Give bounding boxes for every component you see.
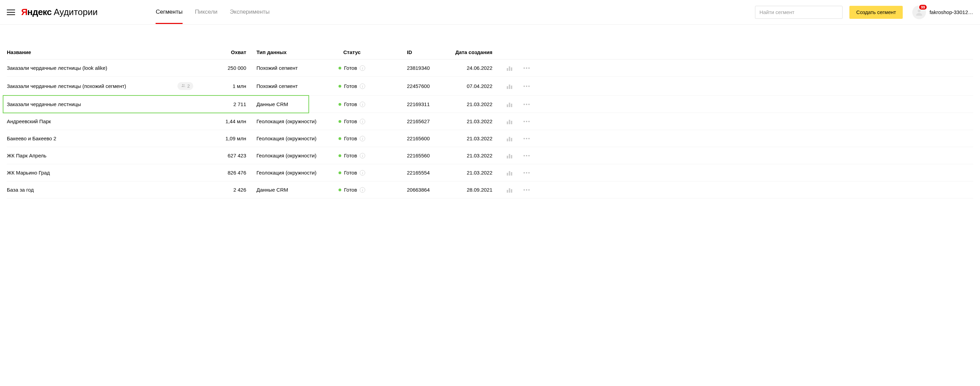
cell-type: Геолокация (окружности) — [256, 170, 339, 175]
more-icon[interactable] — [523, 172, 530, 174]
cell-stats — [499, 83, 520, 89]
cell-type: Геолокация (окружности) — [256, 136, 339, 141]
cell-status: Готовi — [339, 118, 407, 124]
th-reach[interactable]: Охват — [197, 49, 256, 55]
user-menu[interactable]: 99 fakroshop-33012… — [912, 5, 973, 19]
more-icon[interactable] — [523, 104, 530, 105]
stats-icon[interactable] — [507, 170, 512, 175]
stats-icon[interactable] — [507, 102, 512, 107]
cell-stats — [499, 136, 520, 141]
segment-name: База за год — [7, 187, 34, 193]
info-icon[interactable]: i — [360, 102, 365, 107]
segment-name: Бакеево и Бакеево 2 — [7, 136, 56, 141]
table-row[interactable]: Бакеево и Бакеево 21,09 млнГеолокация (о… — [7, 130, 973, 147]
cell-id: 22169311 — [407, 101, 455, 107]
cell-type: Геолокация (окружности) — [256, 118, 339, 124]
menu-icon[interactable] — [7, 8, 15, 16]
info-icon[interactable]: i — [360, 153, 365, 158]
info-icon[interactable]: i — [360, 65, 365, 71]
status-text: Готов — [344, 187, 357, 193]
share-badge[interactable]: 2 — [177, 82, 193, 90]
avatar: 99 — [912, 5, 926, 19]
cell-date: 24.06.2022 — [455, 65, 499, 71]
info-icon[interactable]: i — [360, 119, 365, 124]
cell-stats — [499, 119, 520, 124]
cell-date: 21.03.2022 — [455, 118, 499, 124]
cell-actions — [520, 138, 533, 139]
table-row[interactable]: Заказали чердачные лестницы (look alike)… — [7, 59, 973, 77]
logo[interactable]: Яндекс Аудитории — [21, 7, 97, 18]
segment-name: Андреевский Парк — [7, 118, 51, 124]
cell-actions — [520, 155, 533, 156]
th-id[interactable]: ID — [407, 49, 455, 55]
cell-actions — [520, 189, 533, 191]
status-dot-icon — [339, 171, 341, 174]
cell-actions — [520, 86, 533, 87]
th-type[interactable]: Тип данных — [256, 49, 339, 55]
create-segment-button[interactable]: Создать сегмент — [850, 6, 903, 19]
stats-icon[interactable] — [507, 119, 512, 124]
table-row[interactable]: Андреевский Парк1,44 млнГеолокация (окру… — [7, 113, 973, 130]
status-text: Готов — [344, 170, 357, 175]
th-name[interactable]: Название — [7, 49, 197, 55]
cell-reach: 1 млн — [197, 83, 256, 89]
stats-icon[interactable] — [507, 187, 512, 193]
table-row[interactable]: ЖК Парк Апрель627 423Геолокация (окружно… — [7, 147, 973, 164]
th-date[interactable]: Дата создания — [455, 49, 499, 55]
cell-id: 22165627 — [407, 118, 455, 124]
status-text: Готов — [344, 153, 357, 158]
more-icon[interactable] — [523, 189, 530, 191]
more-icon[interactable] — [523, 67, 530, 69]
segment-name: Заказали чердачные лестницы (look alike) — [7, 65, 107, 71]
status-dot-icon — [339, 67, 341, 69]
stats-icon[interactable] — [507, 153, 512, 158]
info-icon[interactable]: i — [360, 83, 365, 89]
status-text: Готов — [344, 65, 357, 71]
more-icon[interactable] — [523, 155, 530, 156]
logo-y: Я — [21, 7, 27, 17]
cell-status: Готовi — [339, 101, 407, 107]
nav-tabs: СегментыПикселиЭксперименты — [156, 0, 269, 24]
cell-reach: 627 423 — [197, 153, 256, 158]
cell-actions — [520, 121, 533, 122]
info-icon[interactable]: i — [360, 136, 365, 141]
cell-reach: 1,44 млн — [197, 118, 256, 124]
tab-1[interactable]: Пиксели — [195, 0, 218, 24]
stats-icon[interactable] — [507, 136, 512, 141]
cell-status: Готовi — [339, 170, 407, 175]
table-row[interactable]: Заказали чердачные лестницы (похожий сег… — [7, 77, 973, 96]
tab-0[interactable]: Сегменты — [156, 0, 182, 24]
segment-name: Заказали чердачные лестницы (похожий сег… — [7, 83, 126, 89]
stats-icon[interactable] — [507, 65, 512, 71]
cell-id: 22165600 — [407, 136, 455, 141]
cell-stats — [499, 102, 520, 107]
cell-reach: 1,09 млн — [197, 136, 256, 141]
more-icon[interactable] — [523, 121, 530, 122]
more-icon[interactable] — [523, 86, 530, 87]
table-row[interactable]: Заказали чердачные лестницы2 711Данные C… — [7, 96, 973, 113]
stats-icon[interactable] — [507, 83, 512, 89]
tab-2[interactable]: Эксперименты — [230, 0, 270, 24]
cell-reach: 250 000 — [197, 65, 256, 71]
cell-date: 21.03.2022 — [455, 170, 499, 175]
more-icon[interactable] — [523, 138, 530, 139]
cell-actions — [520, 104, 533, 105]
logo-yandex: ндекс — [27, 7, 52, 17]
info-icon[interactable]: i — [360, 170, 365, 175]
people-icon — [181, 83, 186, 89]
cell-name: Бакеево и Бакеево 2 — [7, 136, 197, 141]
status-dot-icon — [339, 154, 341, 157]
notification-badge: 99 — [918, 4, 928, 10]
search-input[interactable] — [755, 6, 843, 19]
cell-name: ЖК Марьино Град — [7, 170, 197, 175]
table-row[interactable]: База за год2 426Данные CRMГотовi20663864… — [7, 181, 973, 198]
info-icon[interactable]: i — [360, 187, 365, 193]
cell-id: 22457600 — [407, 83, 455, 89]
status-text: Готов — [344, 83, 357, 89]
th-status[interactable]: Статус — [339, 49, 407, 55]
table-row[interactable]: ЖК Марьино Град826 476Геолокация (окружн… — [7, 164, 973, 181]
cell-date: 21.03.2022 — [455, 153, 499, 158]
cell-date: 21.03.2022 — [455, 101, 499, 107]
username: fakroshop-33012… — [929, 9, 973, 15]
table-body: Заказали чердачные лестницы (look alike)… — [7, 59, 973, 198]
